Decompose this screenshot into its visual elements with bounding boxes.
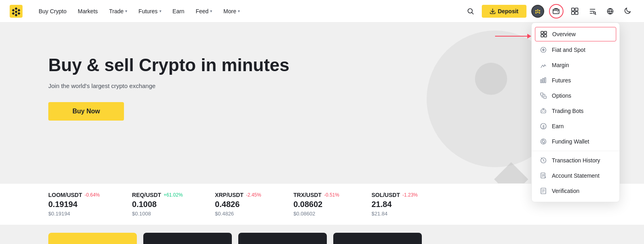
funding-wallet-label: Funding Wallet bbox=[552, 138, 589, 145]
hero-content: Buy & sell Crypto in minutes Join the wo… bbox=[48, 55, 289, 121]
buy-now-button[interactable]: Buy Now bbox=[48, 102, 124, 121]
deposit-icon bbox=[490, 8, 495, 14]
overview-label: Overview bbox=[552, 31, 576, 37]
svg-rect-5 bbox=[575, 8, 578, 11]
svg-point-23 bbox=[544, 111, 545, 112]
deposit-button[interactable]: Deposit bbox=[482, 5, 526, 18]
account-statement-icon bbox=[540, 172, 547, 179]
svg-rect-13 bbox=[544, 35, 547, 37]
dropdown-item-verification[interactable]: Verification bbox=[532, 183, 619, 199]
ticker-item-trx[interactable]: TRX/USDT -0.51% 0.08602 $0.08602 bbox=[293, 192, 339, 217]
language-button[interactable] bbox=[604, 5, 617, 18]
trade-chevron: ▾ bbox=[125, 9, 127, 13]
darkmode-button[interactable] bbox=[621, 5, 634, 18]
nav-futures[interactable]: Futures ▾ bbox=[134, 5, 166, 18]
svg-rect-12 bbox=[541, 35, 543, 37]
options-label: Options bbox=[552, 92, 571, 99]
svg-rect-11 bbox=[544, 31, 547, 34]
ticker-pair-xrp: XRP/USDT -2.45% bbox=[215, 192, 261, 198]
wallet-button[interactable] bbox=[549, 4, 564, 18]
svg-rect-3 bbox=[553, 9, 559, 14]
ticker-pair-sol: SOL/USDT -1.23% bbox=[372, 192, 418, 198]
ticker-price-req: 0.1008 bbox=[132, 200, 183, 209]
nav-trade[interactable]: Trade ▾ bbox=[104, 5, 132, 18]
nav-links: Buy Crypto Markets Trade ▾ Futures ▾ Ear… bbox=[34, 5, 464, 18]
promo-card-3[interactable]: ⬡ BINANCE bbox=[238, 233, 327, 244]
ticker-usd-req: $0.1008 bbox=[132, 211, 183, 217]
verification-label: Verification bbox=[552, 188, 579, 194]
earn-label: Earn bbox=[552, 123, 564, 129]
ticker-price-xrp: 0.4826 bbox=[215, 200, 261, 209]
svg-rect-10 bbox=[541, 31, 543, 34]
dropdown-item-transaction-history[interactable]: Transaction History bbox=[532, 153, 619, 168]
svg-rect-16 bbox=[541, 80, 542, 83]
search-button[interactable] bbox=[464, 5, 477, 18]
ticker-usd-sol: $21.84 bbox=[372, 211, 418, 217]
svg-point-22 bbox=[542, 111, 543, 112]
nav-markets[interactable]: Markets bbox=[73, 5, 103, 18]
nav-feed[interactable]: Feed ▾ bbox=[191, 5, 217, 18]
ticker-price-sol: 21.84 bbox=[372, 200, 418, 209]
verification-icon bbox=[540, 187, 547, 195]
hero-subtitle: Join the world's largest crypto exchange bbox=[48, 82, 289, 89]
ticker-pair-req: REQ/USDT +61.02% bbox=[132, 192, 183, 198]
funding-wallet-icon bbox=[540, 138, 547, 145]
search-icon bbox=[467, 8, 474, 15]
dropdown-item-trading-bots[interactable]: Trading Bots bbox=[532, 103, 619, 119]
svg-rect-19 bbox=[541, 93, 543, 95]
transaction-history-icon bbox=[540, 157, 547, 164]
dropdown-item-funding-wallet[interactable]: Funding Wallet bbox=[532, 134, 619, 149]
orders-icon bbox=[589, 8, 596, 15]
ticker-pair-loom: LOOM/USDT -0.64% bbox=[48, 192, 100, 198]
dropdown-item-futures[interactable]: Futures bbox=[532, 73, 619, 88]
arrow-pointer bbox=[495, 34, 531, 39]
margin-icon bbox=[540, 62, 547, 69]
avatar-icon bbox=[532, 6, 543, 17]
trading-bots-icon bbox=[540, 107, 547, 115]
fiat-spot-label: Fiat and Spot bbox=[552, 47, 585, 53]
hero-title: Buy & sell Crypto in minutes bbox=[48, 55, 289, 76]
ticker-item-xrp[interactable]: XRP/USDT -2.45% 0.4826 $0.4826 bbox=[215, 192, 261, 217]
dropdown-item-earn[interactable]: Earn bbox=[532, 119, 619, 134]
globe-icon bbox=[607, 8, 614, 15]
promo-card-2[interactable]: ⬡ BINANCE bbox=[143, 233, 232, 244]
futures-chevron: ▾ bbox=[159, 9, 161, 13]
svg-point-1 bbox=[468, 8, 472, 13]
more-chevron: ▾ bbox=[238, 9, 240, 13]
nav-earn[interactable]: Earn bbox=[168, 5, 190, 18]
ticker-item-req[interactable]: REQ/USDT +61.02% 0.1008 $0.1008 bbox=[132, 192, 183, 217]
dropdown-item-fiat-spot[interactable]: Fiat and Spot bbox=[532, 42, 619, 57]
dropdown-item-margin[interactable]: Margin bbox=[532, 57, 619, 73]
ticker-price-trx: 0.08602 bbox=[293, 200, 339, 209]
nav-buy-crypto[interactable]: Buy Crypto bbox=[34, 5, 71, 18]
arrow-head bbox=[527, 34, 531, 39]
promo-card-4[interactable]: ⬡ BINANCE bbox=[333, 233, 422, 244]
promo-card-1[interactable] bbox=[48, 233, 137, 244]
ticker-item-sol[interactable]: SOL/USDT -1.23% 21.84 $21.84 bbox=[372, 192, 418, 217]
wallet-icon bbox=[553, 8, 560, 15]
orders-button[interactable] bbox=[586, 5, 599, 18]
dropdown-item-options[interactable]: Options bbox=[532, 88, 619, 103]
hero-bg-coin bbox=[475, 63, 507, 95]
ticker-pair-trx: TRX/USDT -0.51% bbox=[293, 192, 339, 198]
dashboard-button[interactable] bbox=[568, 5, 581, 18]
options-icon bbox=[540, 92, 547, 99]
svg-rect-6 bbox=[572, 12, 574, 14]
svg-point-8 bbox=[594, 12, 596, 14]
nav-more[interactable]: More ▾ bbox=[219, 5, 245, 18]
navbar: Buy Crypto Markets Trade ▾ Futures ▾ Ear… bbox=[0, 0, 644, 23]
ticker-item-loom[interactable]: LOOM/USDT -0.64% 0.19194 $0.19194 bbox=[48, 192, 100, 217]
margin-label: Margin bbox=[552, 62, 569, 68]
transaction-history-label: Transaction History bbox=[552, 157, 600, 164]
dropdown-item-overview[interactable]: Overview bbox=[535, 27, 616, 41]
svg-rect-17 bbox=[543, 78, 544, 83]
trading-bots-label: Trading Bots bbox=[552, 108, 584, 114]
futures-icon bbox=[540, 77, 547, 84]
fiat-spot-icon bbox=[540, 46, 547, 53]
brand-logo[interactable] bbox=[10, 5, 23, 18]
overview-icon bbox=[540, 31, 547, 38]
svg-rect-21 bbox=[541, 110, 546, 113]
dropdown-item-account-statement[interactable]: Account Statement bbox=[532, 168, 619, 183]
arrow-line bbox=[495, 36, 527, 37]
profile-avatar[interactable] bbox=[531, 5, 544, 18]
